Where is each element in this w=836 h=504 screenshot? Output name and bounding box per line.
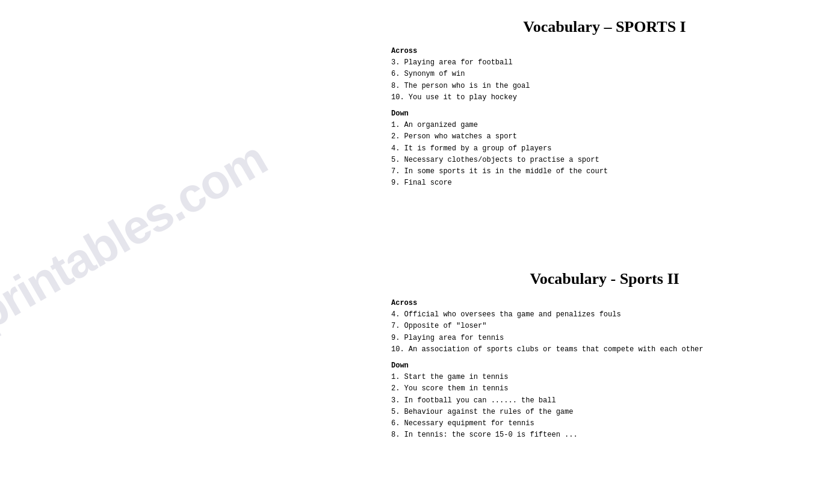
- puzzle1-title: Vocabulary – SPORTS I: [391, 18, 818, 36]
- puzzle1-down-block: Down 1. An organized game 2. Person who …: [391, 108, 818, 189]
- puzzle1-down-clue-2: 2. Person who watches a sport: [391, 132, 517, 141]
- puzzle1-clues: Across 3. Playing area for football 6. S…: [391, 46, 818, 189]
- puzzle2-down-label: Down: [391, 361, 409, 370]
- puzzle2-across-block: Across 4. Official who oversees tha game…: [391, 298, 818, 355]
- puzzle1-across-label: Across: [391, 47, 417, 55]
- puzzle2-across-label: Across: [391, 299, 417, 307]
- puzzle2-down-clue-1: 1. Start the game in tennis: [391, 373, 508, 381]
- puzzle2-across-clue-7: 7. Opposite of "loser": [391, 322, 486, 330]
- puzzle1-across-clue-10: 10. You use it to play hockey: [391, 93, 517, 102]
- puzzle2-down-clue-3: 3. In football you can ...... the ball: [391, 396, 556, 405]
- puzzle1-across-clue-6: 6. Synonym of win: [391, 70, 465, 78]
- puzzle2-down-clue-6: 6. Necessary equipment for tennis: [391, 419, 534, 428]
- puzzle1-across-block: Across 3. Playing area for football 6. S…: [391, 46, 818, 103]
- puzzle2-down-clue-2: 2. You score them in tennis: [391, 384, 508, 393]
- puzzle1-down-clue-1: 1. An organized game: [391, 121, 478, 129]
- puzzle2-down-block: Down 1. Start the game in tennis 2. You …: [391, 360, 818, 441]
- puzzle1-clues-section: Vocabulary – SPORTS I Across 3. Playing …: [391, 12, 818, 252]
- puzzle1-across-clue-8: 8. The person who is in the goal: [391, 82, 530, 90]
- puzzle2-across-clue-4: 4. Official who oversees tha game and pe…: [391, 310, 621, 319]
- puzzle2-across-clue-9: 9. Playing area for tennis: [391, 334, 504, 342]
- puzzle2-down-clue-8: 8. In tennis: the score 15-0 is fifteen …: [391, 431, 578, 439]
- puzzle1-down-clue-5: 5. Necessary clothes/objects to practise…: [391, 156, 599, 164]
- puzzle2-across-clue-10: 10. An association of sports clubs or te…: [391, 345, 703, 354]
- left-panel: eslprintables.com: [0, 0, 373, 504]
- puzzle1-down-clue-4: 4. It is formed by a group of players: [391, 144, 551, 153]
- watermark-text: eslprintables.com: [0, 131, 276, 373]
- puzzle1-across-clue-3: 3. Playing area for football: [391, 58, 513, 67]
- puzzle1-down-label: Down: [391, 109, 409, 118]
- puzzle1-down-clue-7: 7. In some sports it is in the middle of…: [391, 167, 608, 176]
- page: eslprintables.com Vocabulary – SPORTS I …: [0, 0, 836, 504]
- puzzle1-down-clue-9: 9. Final score: [391, 179, 452, 187]
- puzzle2-down-clue-5: 5. Behaviour against the rules of the ga…: [391, 408, 573, 416]
- puzzle2-clues: Across 4. Official who oversees tha game…: [391, 298, 818, 441]
- right-panel: Vocabulary – SPORTS I Across 3. Playing …: [373, 0, 836, 504]
- puzzle2-title: Vocabulary - Sports II: [391, 270, 818, 288]
- puzzle2-clues-section: Vocabulary - Sports II Across 4. Officia…: [391, 252, 818, 492]
